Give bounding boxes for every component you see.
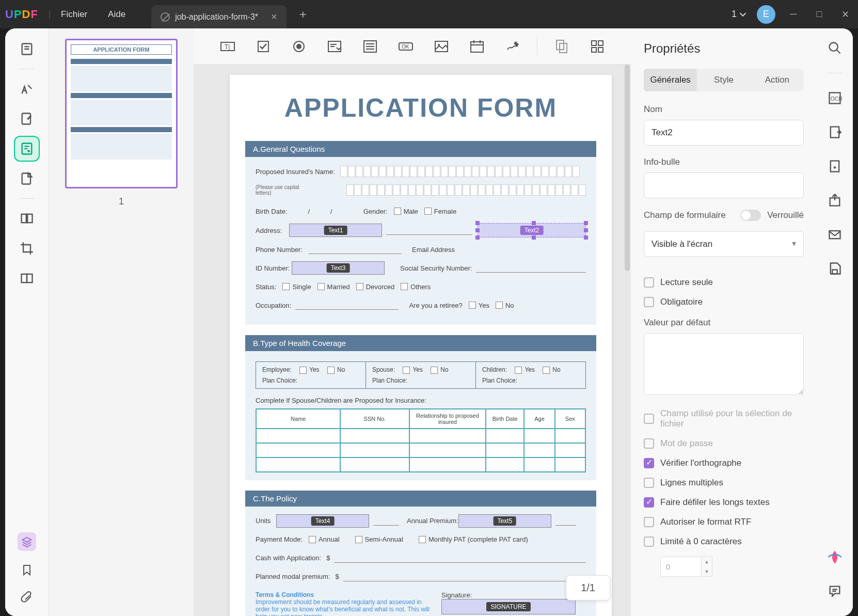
- spinner-down[interactable]: ▼: [702, 566, 712, 576]
- page-thumbnail[interactable]: APPLICATION FORM: [65, 39, 178, 188]
- convert-icon[interactable]: [825, 157, 844, 176]
- grid-tool[interactable]: [586, 35, 609, 58]
- charlimit-checkbox[interactable]: [644, 536, 654, 547]
- tab-style[interactable]: Style: [697, 69, 750, 91]
- monthly-cb[interactable]: [419, 536, 426, 543]
- table-row[interactable]: [256, 429, 585, 443]
- others-cb[interactable]: [401, 283, 408, 290]
- text2-field[interactable]: Text2: [478, 223, 586, 238]
- charlimit-spinner[interactable]: [660, 557, 702, 577]
- listbox-tool[interactable]: [359, 35, 382, 58]
- redact-tool[interactable]: [14, 206, 40, 231]
- document-scroll[interactable]: APPLICATION FORM A.General Questions Pro…: [194, 65, 631, 616]
- button-tool[interactable]: OK: [394, 35, 417, 58]
- female-checkbox[interactable]: [424, 208, 432, 215]
- file-select-label: Champ utilisé pour la sélection de fichi…: [660, 408, 804, 429]
- sp-no-cb[interactable]: [431, 367, 438, 374]
- form-tool[interactable]: [14, 136, 40, 162]
- organize-tool[interactable]: [14, 166, 40, 192]
- comment-icon[interactable]: [825, 582, 844, 601]
- tab-action[interactable]: Action: [751, 69, 804, 91]
- tab-general[interactable]: Générales: [644, 69, 697, 91]
- readonly-checkbox[interactable]: [644, 277, 654, 288]
- text5-field[interactable]: Text5: [458, 514, 551, 528]
- annual-label: Annual: [319, 535, 339, 543]
- layers-icon[interactable]: [18, 532, 36, 551]
- tab-close-icon[interactable]: ×: [271, 11, 277, 23]
- text4-field[interactable]: Text4: [276, 514, 369, 528]
- document-tab[interactable]: job-application-form-3* ×: [151, 5, 287, 28]
- retiree-label: Are you a retiree?: [409, 302, 462, 309]
- save-icon[interactable]: [825, 259, 844, 278]
- signature-tool[interactable]: [501, 35, 524, 58]
- spellcheck-checkbox[interactable]: [644, 458, 654, 468]
- name-grid[interactable]: [340, 166, 586, 177]
- ai-icon[interactable]: [825, 548, 844, 566]
- retiree-no-cb[interactable]: [496, 302, 503, 309]
- locked-toggle[interactable]: [740, 210, 761, 221]
- compare-tool[interactable]: [14, 265, 40, 291]
- ocr-icon[interactable]: OCR: [825, 89, 844, 107]
- employee-label: Employee:: [262, 366, 292, 373]
- attachment-icon[interactable]: [21, 591, 33, 606]
- text-field-tool[interactable]: T|: [216, 35, 239, 58]
- radio-tool[interactable]: [288, 35, 310, 58]
- emp-no-cb[interactable]: [327, 367, 335, 374]
- add-tab-button[interactable]: +: [299, 7, 307, 22]
- single-cb[interactable]: [282, 283, 290, 290]
- default-value-input[interactable]: [644, 333, 804, 395]
- divorced-cb[interactable]: [356, 283, 363, 290]
- annotate-tool[interactable]: [14, 76, 40, 102]
- menu-help[interactable]: Aide: [108, 9, 125, 20]
- edit-tool[interactable]: [14, 106, 40, 132]
- retiree-yes-cb[interactable]: [469, 302, 476, 309]
- export-icon[interactable]: [825, 123, 844, 141]
- sp-yes-cb[interactable]: [403, 367, 410, 374]
- close-button[interactable]: ✕: [837, 9, 853, 20]
- semi-cb[interactable]: [355, 536, 362, 543]
- tooltip-input[interactable]: [644, 172, 804, 198]
- email-icon[interactable]: [825, 225, 844, 244]
- text3-field[interactable]: Text3: [292, 261, 385, 275]
- date-tool[interactable]: [466, 35, 488, 58]
- text1-field[interactable]: Text1: [289, 224, 382, 237]
- search-icon[interactable]: [825, 39, 844, 57]
- name-grid-2[interactable]: [346, 184, 586, 196]
- copy-tool[interactable]: [550, 35, 573, 58]
- table-row[interactable]: [256, 443, 585, 457]
- svg-point-7: [27, 150, 30, 152]
- id-label: ID Number:: [256, 264, 292, 272]
- menu-file[interactable]: Fichier: [61, 9, 87, 20]
- dropdown-tool[interactable]: [323, 35, 346, 58]
- checkbox-tool[interactable]: [252, 35, 275, 58]
- page-counter[interactable]: 1/1: [566, 575, 610, 601]
- multiline-checkbox[interactable]: [644, 478, 654, 488]
- section-a-body: Proposed Insured's Name: (Please use cap…: [245, 157, 596, 325]
- cash-label: Cash with Application:: [256, 554, 321, 562]
- ch-yes-cb[interactable]: [515, 367, 522, 374]
- ch-no-cb[interactable]: [543, 367, 550, 374]
- minimize-button[interactable]: ─: [786, 9, 801, 20]
- table-row[interactable]: [256, 457, 585, 472]
- bookmark-icon[interactable]: [21, 564, 33, 578]
- share-icon[interactable]: [825, 191, 844, 210]
- scroll-checkbox[interactable]: [644, 497, 654, 508]
- emp-yes-cb[interactable]: [299, 367, 307, 374]
- planned-label: Planned modal premium:: [256, 573, 330, 580]
- married-cb[interactable]: [317, 283, 325, 290]
- crop-tool[interactable]: [14, 235, 40, 261]
- visibility-select[interactable]: Visible à l'écran: [644, 231, 804, 257]
- page-indicator[interactable]: 1: [732, 9, 746, 20]
- name-input[interactable]: [644, 120, 804, 146]
- rtf-checkbox[interactable]: [644, 517, 654, 527]
- annual-cb[interactable]: [309, 536, 316, 543]
- image-tool[interactable]: [430, 35, 453, 58]
- maximize-button[interactable]: □: [812, 9, 827, 20]
- signature-field[interactable]: SIGNATURE: [441, 599, 576, 614]
- vertical-scrollbar[interactable]: [625, 65, 630, 271]
- user-avatar[interactable]: E: [757, 5, 775, 24]
- spinner-up[interactable]: ▲: [702, 557, 712, 566]
- male-checkbox[interactable]: [394, 208, 401, 215]
- required-checkbox[interactable]: [644, 297, 654, 307]
- reader-tool[interactable]: [14, 36, 40, 62]
